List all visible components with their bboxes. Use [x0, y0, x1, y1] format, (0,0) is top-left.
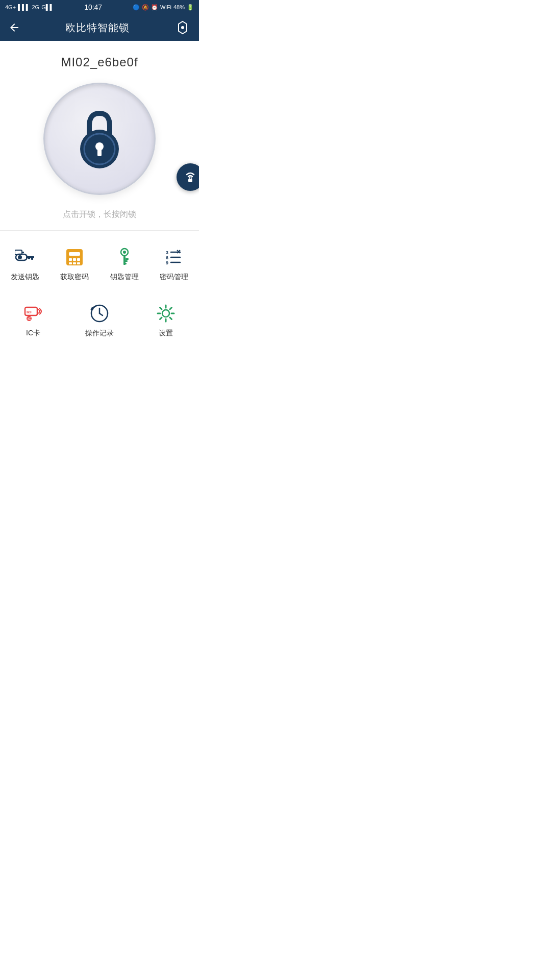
send-key-icon: [14, 246, 36, 268]
operation-log-label: 操作记录: [85, 329, 114, 338]
menu-row-2: RF IC IC卡 操作记录: [0, 293, 199, 351]
svg-point-23: [123, 251, 126, 254]
status-time: 10:47: [84, 3, 102, 11]
svg-text:9: 9: [166, 260, 168, 265]
send-key-button[interactable]: 发送钥匙: [0, 239, 50, 287]
menu-divider: [0, 230, 199, 231]
settings-label: 设置: [159, 329, 173, 338]
ic-card-label: IC卡: [26, 329, 40, 338]
get-password-button[interactable]: 获取密码: [50, 239, 100, 287]
key-management-icon: [113, 246, 136, 268]
svg-rect-25: [123, 260, 128, 262]
key-management-button[interactable]: 钥匙管理: [99, 239, 149, 287]
page-title: 欧比特智能锁: [65, 21, 130, 35]
svg-rect-10: [31, 256, 33, 260]
wifi-lock-icon: [183, 169, 198, 185]
nav-bar: 欧比特智能锁: [0, 14, 199, 41]
menu-row-1: 发送钥匙 获取密码: [0, 233, 199, 293]
password-management-button[interactable]: 3 6 9 密码管理: [149, 239, 199, 287]
svg-line-46: [160, 308, 162, 310]
svg-rect-27: [126, 258, 129, 260]
get-password-icon: [63, 246, 86, 268]
settings-icon: [155, 302, 177, 325]
get-password-label: 获取密码: [60, 273, 89, 282]
password-management-icon: 3 6 9: [163, 246, 185, 268]
svg-point-41: [162, 310, 169, 317]
ic-card-icon: RF IC: [22, 302, 44, 325]
hint-text: 点击开锁，长按闭锁: [0, 195, 199, 230]
svg-point-8: [18, 255, 22, 259]
svg-rect-5: [97, 149, 102, 156]
settings-button[interactable]: 设置: [133, 295, 199, 343]
svg-rect-15: [69, 252, 80, 256]
lock-icon: [66, 103, 133, 175]
status-right: 🔵 🔕 ⏰ WiFi 48% 🔋: [133, 4, 194, 11]
svg-text:IC: IC: [28, 317, 31, 321]
svg-rect-6: [188, 179, 192, 182]
svg-rect-16: [69, 258, 72, 261]
key-management-label: 钥匙管理: [110, 273, 139, 282]
svg-line-48: [170, 308, 172, 310]
send-key-label: 发送钥匙: [11, 273, 39, 282]
ic-card-button[interactable]: RF IC IC卡: [0, 295, 66, 343]
lock-button[interactable]: [43, 83, 156, 195]
svg-rect-26: [123, 263, 127, 264]
svg-rect-11: [28, 256, 30, 259]
svg-rect-21: [77, 262, 80, 264]
back-button[interactable]: [8, 21, 20, 34]
svg-rect-18: [77, 258, 80, 261]
svg-line-49: [160, 317, 162, 320]
operation-log-icon: [88, 302, 111, 325]
svg-text:RF: RF: [27, 310, 32, 314]
status-network: 4G+ ▌▌▌ 2G G▌▌: [5, 4, 54, 10]
svg-point-1: [181, 26, 184, 29]
ble-status-button[interactable]: [177, 163, 199, 191]
settings-icon-button[interactable]: [174, 19, 191, 36]
device-name: MI02_e6be0f: [0, 41, 199, 78]
lock-section[interactable]: [0, 78, 199, 195]
svg-text:6: 6: [166, 255, 168, 260]
svg-rect-20: [73, 262, 76, 264]
svg-text:3: 3: [166, 250, 168, 255]
operation-log-button[interactable]: 操作记录: [66, 295, 133, 343]
svg-rect-13: [22, 252, 24, 253]
status-bar: 4G+ ▌▌▌ 2G G▌▌ 10:47 🔵 🔕 ⏰ WiFi 48% 🔋: [0, 0, 199, 14]
svg-rect-17: [73, 258, 76, 261]
password-management-label: 密码管理: [160, 273, 188, 282]
svg-line-47: [170, 317, 172, 320]
svg-rect-19: [69, 262, 72, 264]
